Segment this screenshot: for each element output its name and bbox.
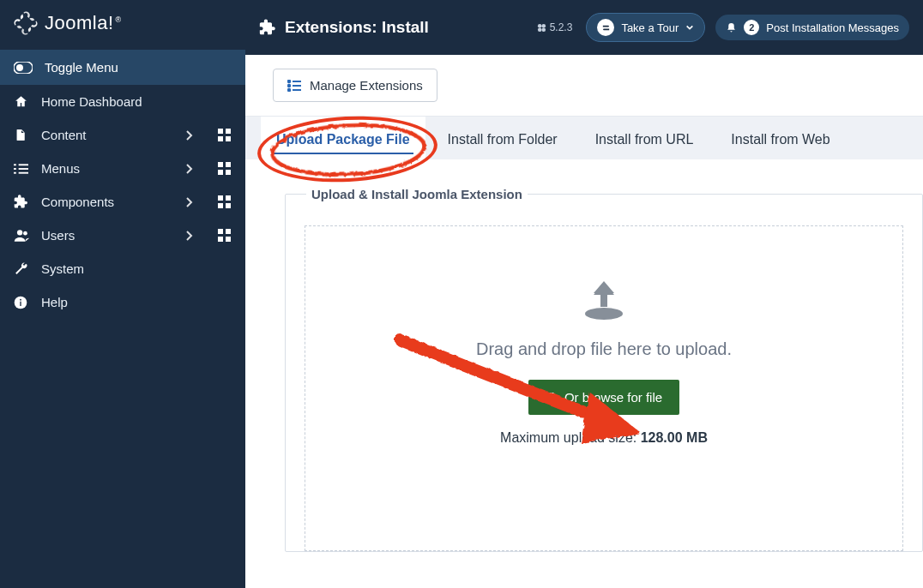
svg-rect-27 xyxy=(20,301,21,305)
sidebar-nav: Home DashboardContentMenusComponentsUser… xyxy=(0,85,245,319)
svg-rect-2 xyxy=(218,129,223,134)
sidebar-item-label: Components xyxy=(41,195,173,209)
list-icon xyxy=(287,80,301,92)
svg-rect-14 xyxy=(218,170,223,175)
svg-point-1 xyxy=(16,64,23,71)
tab-install-from-web[interactable]: Install from Web xyxy=(715,117,845,159)
svg-point-39 xyxy=(585,308,623,320)
chevron-right-icon xyxy=(185,230,197,242)
svg-rect-4 xyxy=(218,136,223,141)
dashboard-grid-icon[interactable] xyxy=(218,229,232,242)
max-upload-size: Maximum upload size: 128.00 MB xyxy=(323,430,885,446)
notification-count: 2 xyxy=(744,20,759,35)
svg-rect-23 xyxy=(226,229,231,234)
upload-legend: Upload & Install Joomla Extension xyxy=(306,187,528,201)
info-icon xyxy=(14,296,29,309)
svg-point-31 xyxy=(538,27,542,32)
svg-point-29 xyxy=(538,23,542,27)
tab-install-from-folder[interactable]: Install from Folder xyxy=(432,117,573,159)
drop-text: Drag and drop file here to upload. xyxy=(323,339,885,359)
chevron-right-icon xyxy=(185,163,197,175)
sidebar-item-help[interactable]: Help xyxy=(0,285,245,319)
svg-rect-24 xyxy=(218,237,223,242)
users-icon xyxy=(14,229,29,242)
svg-rect-16 xyxy=(218,195,223,201)
svg-point-28 xyxy=(20,298,21,300)
sidebar-item-label: Users xyxy=(41,228,173,243)
topbar: Extensions: Install 5.2.3 Take a Tour 2 … xyxy=(245,0,923,55)
notifications-button[interactable]: 2 Post Installation Messages xyxy=(715,15,909,40)
svg-point-20 xyxy=(17,230,22,235)
bell-icon xyxy=(726,22,737,33)
joomla-logo-icon xyxy=(14,11,38,35)
svg-rect-19 xyxy=(226,203,231,208)
copy-icon xyxy=(546,392,558,404)
sidebar-item-label: Content xyxy=(41,128,173,142)
main: Manage Extensions Upload Package FileIns… xyxy=(245,55,923,588)
dashboard-grid-icon[interactable] xyxy=(218,129,232,141)
puzzle-icon xyxy=(259,19,276,36)
sidebar-item-system[interactable]: System xyxy=(0,252,245,285)
svg-point-37 xyxy=(288,88,291,91)
sidebar-item-label: Help xyxy=(41,295,232,309)
svg-point-32 xyxy=(541,27,546,32)
dropzone[interactable]: Drag and drop file here to upload. Or br… xyxy=(305,225,903,551)
brand[interactable]: Joomla!® xyxy=(0,0,245,50)
toolbar: Manage Extensions xyxy=(245,55,923,116)
svg-rect-3 xyxy=(226,129,231,134)
sidebar-item-users[interactable]: Users xyxy=(0,219,245,252)
sidebar-item-home-dashboard[interactable]: Home Dashboard xyxy=(0,85,245,118)
sidebar-item-menus[interactable]: Menus xyxy=(0,152,245,185)
toggle-icon xyxy=(14,62,33,74)
svg-rect-25 xyxy=(226,237,231,242)
svg-point-33 xyxy=(288,80,291,82)
tab-install-from-url[interactable]: Install from URL xyxy=(580,117,709,159)
toggle-menu-label: Toggle Menu xyxy=(45,60,118,75)
toggle-menu-button[interactable]: Toggle Menu xyxy=(0,50,245,85)
puzzle-icon xyxy=(14,195,29,209)
upload-icon xyxy=(323,278,885,322)
svg-rect-13 xyxy=(226,162,231,167)
dashboard-grid-icon[interactable] xyxy=(218,162,232,175)
map-signs-icon xyxy=(597,19,614,36)
svg-rect-15 xyxy=(226,170,231,175)
brand-text: Joomla!® xyxy=(45,12,122,34)
upload-fieldset: Upload & Install Joomla Extension Drag a… xyxy=(285,187,923,552)
sidebar-item-content[interactable]: Content xyxy=(0,118,245,152)
sidebar-item-label: Home Dashboard xyxy=(41,94,232,109)
home-icon xyxy=(14,94,29,109)
svg-rect-5 xyxy=(226,136,231,141)
chevron-down-icon xyxy=(685,23,694,32)
sidebar-item-label: Menus xyxy=(41,161,173,176)
svg-rect-18 xyxy=(218,203,223,208)
tab-upload-package-file[interactable]: Upload Package File xyxy=(261,117,425,159)
chevron-right-icon xyxy=(185,196,197,208)
browse-file-button[interactable]: Or browse for file xyxy=(528,380,679,415)
wrench-icon xyxy=(14,261,29,276)
version-badge[interactable]: 5.2.3 xyxy=(537,21,573,33)
tabstrip: Upload Package FileInstall from FolderIn… xyxy=(245,116,923,159)
manage-extensions-button[interactable]: Manage Extensions xyxy=(273,69,437,102)
svg-rect-12 xyxy=(218,162,223,167)
svg-rect-22 xyxy=(218,229,223,234)
svg-rect-17 xyxy=(226,195,231,201)
upload-panel: Upload & Install Joomla Extension Drag a… xyxy=(245,159,923,552)
chevron-right-icon xyxy=(185,129,197,141)
svg-point-30 xyxy=(541,23,546,27)
page-title: Extensions: Install xyxy=(259,18,527,37)
file-icon xyxy=(14,128,29,142)
take-tour-button[interactable]: Take a Tour xyxy=(586,13,705,42)
sidebar: Joomla!® Toggle Menu Home DashboardConte… xyxy=(0,0,245,588)
dashboard-grid-icon[interactable] xyxy=(218,195,232,208)
sidebar-item-components[interactable]: Components xyxy=(0,185,245,219)
svg-point-21 xyxy=(23,231,27,236)
list-icon xyxy=(14,163,29,175)
svg-point-35 xyxy=(288,84,291,87)
sidebar-item-label: System xyxy=(41,261,232,276)
